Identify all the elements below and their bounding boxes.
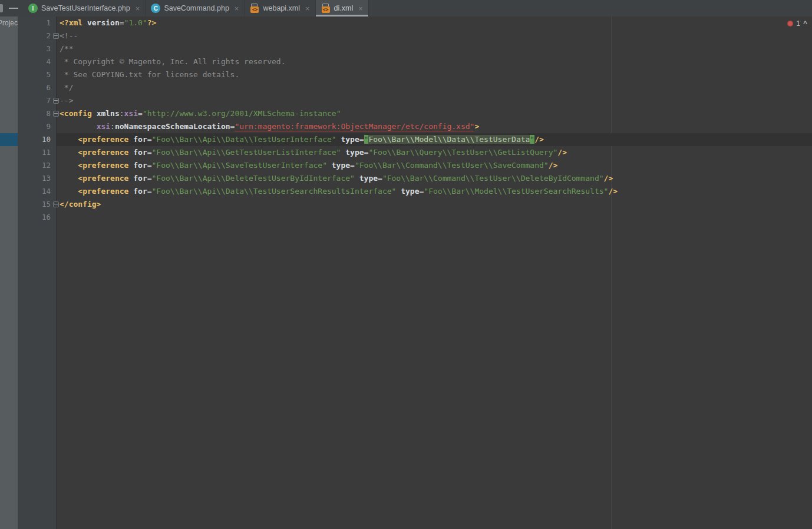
close-tab-icon[interactable]: × <box>136 5 140 12</box>
tab-label: SaveTestUserInterface.php <box>41 4 130 12</box>
tab-SaveCommand.php[interactable]: CSaveCommand.php× <box>146 0 245 16</box>
line-number[interactable]: 4 <box>18 55 56 68</box>
code-text[interactable]: <?xml version="1.0"?> <box>56 16 812 29</box>
clipped-toolbar-icon <box>0 4 3 12</box>
inspections-widget[interactable]: 1 ^ <box>787 19 807 28</box>
code-text[interactable]: <preference for="Foo\\Bar\\Api\\SaveTest… <box>56 159 812 172</box>
code-line-2[interactable]: 2<!-- <box>18 29 812 42</box>
gutter-cell[interactable]: 5 <box>18 68 56 81</box>
code-line-15[interactable]: 15</config> <box>18 198 812 211</box>
fold-start-icon[interactable] <box>53 33 59 39</box>
code-line-12[interactable]: 12 <preference for="Foo\\Bar\\Api\\SaveT… <box>18 159 812 172</box>
fold-start-icon[interactable] <box>53 111 59 117</box>
code-text[interactable]: <!-- <box>56 29 812 42</box>
php-class-icon: C <box>151 4 160 13</box>
gutter-cell[interactable]: 1 <box>18 16 56 29</box>
gutter-cell[interactable]: 8 <box>18 107 56 120</box>
error-indicator-icon <box>787 21 793 27</box>
error-count: 1 <box>796 19 800 28</box>
line-number[interactable]: 9 <box>18 120 56 133</box>
gutter-cell[interactable]: 6 <box>18 81 56 94</box>
ide-window: ISaveTestUserInterface.php×CSaveCommand.… <box>0 0 812 529</box>
fold-end-icon[interactable] <box>53 201 59 207</box>
tab-di.xml[interactable]: <>di.xml× <box>316 0 369 16</box>
gutter-cell[interactable]: 16 <box>18 211 56 224</box>
editor-tab-bar: ISaveTestUserInterface.php×CSaveCommand.… <box>0 0 812 17</box>
code-text[interactable]: <config xmlns:xsi="http://www.w3.org/200… <box>56 107 812 120</box>
line-number[interactable]: 13 <box>18 172 56 185</box>
gutter-cell[interactable]: 9 <box>18 120 56 133</box>
code-text[interactable] <box>56 211 812 224</box>
tab-label: di.xml <box>334 4 354 12</box>
line-number[interactable]: 11 <box>18 146 56 159</box>
code-lines: 1<?xml version="1.0"?>2<!--3/**4 * Copyr… <box>18 16 812 224</box>
line-number[interactable]: 1 <box>18 16 56 29</box>
code-text[interactable]: </config> <box>56 198 812 211</box>
code-text[interactable]: /** <box>56 42 812 55</box>
line-number[interactable]: 3 <box>18 42 56 55</box>
code-line-1[interactable]: 1<?xml version="1.0"?> <box>18 16 812 29</box>
line-number[interactable]: 5 <box>18 68 56 81</box>
gutter-cell[interactable]: 11 <box>18 146 56 159</box>
code-line-16[interactable]: 16 <box>18 211 812 224</box>
chevron-up-icon[interactable]: ^ <box>803 21 807 27</box>
gutter-cell[interactable]: 3 <box>18 42 56 55</box>
code-text[interactable]: * Copyright © Magento, Inc. All rights r… <box>56 55 812 68</box>
tab-label: SaveCommand.php <box>164 4 229 12</box>
gutter-cell[interactable]: 13 <box>18 172 56 185</box>
gutter-cell[interactable]: 10 <box>18 133 56 146</box>
tab-label: webapi.xml <box>263 4 300 12</box>
hide-tabs-icon[interactable] <box>9 8 18 9</box>
code-line-5[interactable]: 5 * See COPYING.txt for license details. <box>18 68 812 81</box>
close-tab-icon[interactable]: × <box>305 5 310 12</box>
fold-end-icon[interactable] <box>53 98 59 104</box>
line-number[interactable]: 2 <box>18 29 56 42</box>
project-selected-item[interactable] <box>0 133 18 146</box>
close-tab-icon[interactable]: × <box>358 5 363 12</box>
php-interface-icon: I <box>28 4 38 13</box>
code-text[interactable]: <preference for="Foo\\Bar\\Api\\DeleteTe… <box>56 172 812 185</box>
tab-list: ISaveTestUserInterface.php×CSaveCommand.… <box>23 0 369 16</box>
xml-file-icon: <> <box>250 4 259 13</box>
line-number[interactable]: 14 <box>18 185 56 198</box>
code-line-8[interactable]: 8<config xmlns:xsi="http://www.w3.org/20… <box>18 107 812 120</box>
line-number[interactable]: 7 <box>18 94 56 107</box>
code-line-9[interactable]: 9 xsi:noNamespaceSchemaLocation="urn:mag… <box>18 120 812 133</box>
line-number[interactable]: 10 <box>18 133 56 146</box>
code-text[interactable]: <preference for="Foo\\Bar\\Api\\GetTestU… <box>56 146 812 159</box>
gutter-cell[interactable]: 12 <box>18 159 56 172</box>
line-number[interactable]: 6 <box>18 81 56 94</box>
code-text[interactable]: */ <box>56 81 812 94</box>
code-text[interactable]: * See COPYING.txt for license details. <box>56 68 812 81</box>
code-line-6[interactable]: 6 */ <box>18 81 812 94</box>
code-line-10[interactable]: 10 <preference for="Foo\\Bar\\Api\\Data\… <box>18 133 812 146</box>
tab-SaveTestUserInterface.php[interactable]: ISaveTestUserInterface.php× <box>23 0 146 16</box>
code-line-3[interactable]: 3/** <box>18 42 812 55</box>
code-text[interactable]: --> <box>56 94 812 107</box>
code-text[interactable]: <preference for="Foo\\Bar\\Api\\Data\\Te… <box>56 133 812 146</box>
gutter-cell[interactable]: 15 <box>18 198 56 211</box>
code-line-14[interactable]: 14 <preference for="Foo\\Bar\\Api\\Data\… <box>18 185 812 198</box>
code-line-4[interactable]: 4 * Copyright © Magento, Inc. All rights… <box>18 55 812 68</box>
gutter-cell[interactable]: 2 <box>18 29 56 42</box>
project-panel-title: Project <box>0 19 18 27</box>
line-number[interactable]: 8 <box>18 107 56 120</box>
close-tab-icon[interactable]: × <box>235 5 239 12</box>
tab-webapi.xml[interactable]: <>webapi.xml× <box>245 0 315 16</box>
code-editor[interactable]: 1<?xml version="1.0"?>2<!--3/**4 * Copyr… <box>18 16 812 529</box>
code-line-13[interactable]: 13 <preference for="Foo\\Bar\\Api\\Delet… <box>18 172 812 185</box>
gutter-cell[interactable]: 14 <box>18 185 56 198</box>
gutter-cell[interactable]: 7 <box>18 94 56 107</box>
code-text[interactable]: xsi:noNamespaceSchemaLocation="urn:magen… <box>56 120 812 133</box>
code-text[interactable]: <preference for="Foo\\Bar\\Api\\Data\\Te… <box>56 185 812 198</box>
gutter-cell[interactable]: 4 <box>18 55 56 68</box>
project-panel-sliver[interactable]: Project <box>0 16 18 529</box>
code-line-7[interactable]: 7--> <box>18 94 812 107</box>
line-number[interactable]: 15 <box>18 198 56 211</box>
line-number[interactable]: 12 <box>18 159 56 172</box>
xml-file-icon: <> <box>321 4 331 13</box>
code-line-11[interactable]: 11 <preference for="Foo\\Bar\\Api\\GetTe… <box>18 146 812 159</box>
line-number[interactable]: 16 <box>18 211 56 224</box>
